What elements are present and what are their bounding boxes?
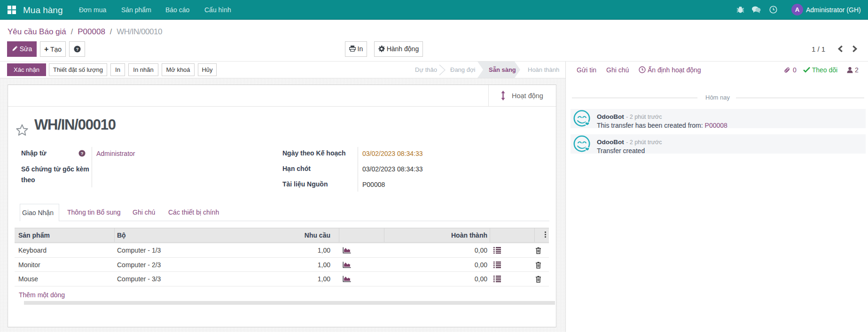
svg-text:?: ? — [76, 46, 78, 51]
svg-text:?: ? — [81, 151, 84, 156]
